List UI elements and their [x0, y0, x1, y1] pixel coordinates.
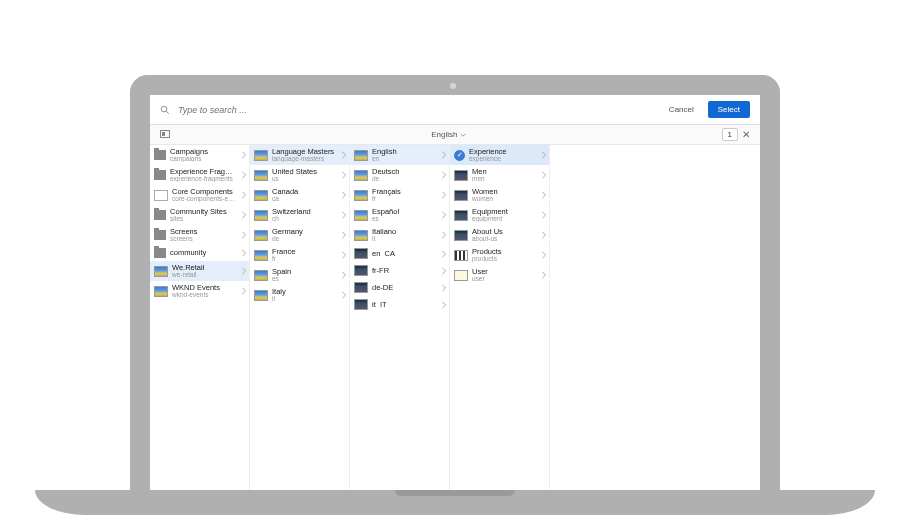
list-item[interactable]: Italianoit: [350, 225, 449, 245]
labels: Community Sitessites: [170, 208, 237, 222]
item-subtitle: fr: [372, 196, 437, 203]
list-item[interactable]: Françaisfr: [350, 185, 449, 205]
list-item[interactable]: Deutschde: [350, 165, 449, 185]
breadcrumb-dropdown[interactable]: English: [176, 130, 722, 139]
content-only-icon[interactable]: [160, 130, 176, 140]
list-item[interactable]: Españoles: [350, 205, 449, 225]
list-item[interactable]: Useruser: [450, 265, 549, 285]
list-item[interactable]: Equipmentequipment: [450, 205, 549, 225]
list-item[interactable]: ✓Experienceexperience: [450, 145, 549, 165]
laptop-base: [35, 490, 875, 515]
search-input[interactable]: [178, 105, 655, 115]
item-subtitle: de: [272, 236, 337, 243]
chevron-right-icon: [341, 271, 347, 279]
page-thumbnail: [354, 150, 368, 161]
list-item[interactable]: Experience Fragmentsexperience-fragments: [150, 165, 249, 185]
item-title: it_IT: [372, 301, 437, 309]
folder-icon: [154, 170, 166, 180]
clear-selection-icon[interactable]: ✕: [742, 129, 750, 140]
chevron-right-icon: [341, 171, 347, 179]
chevron-right-icon: [541, 151, 547, 159]
screen: Cancel Select English 1 ✕ Campaignscampa…: [150, 95, 760, 490]
list-item[interactable]: Canadaca: [250, 185, 349, 205]
page-thumbnail: [354, 170, 368, 181]
labels: Equipmentequipment: [472, 208, 537, 222]
list-item[interactable]: Core Componentscore-components-exa...: [150, 185, 249, 205]
chevron-right-icon: [341, 151, 347, 159]
list-item[interactable]: United Statesus: [250, 165, 349, 185]
item-title: Core Components: [172, 188, 237, 196]
selection-count-badge: 1: [722, 128, 738, 141]
item-title: Products: [472, 248, 537, 256]
list-item[interactable]: Germanyde: [250, 225, 349, 245]
list-item[interactable]: We.Retailwe-retail: [150, 261, 249, 281]
list-item[interactable]: Italyit: [250, 285, 349, 305]
item-title: Screens: [170, 228, 237, 236]
list-item[interactable]: Language Masterslanguage-masters: [250, 145, 349, 165]
list-item[interactable]: Spaines: [250, 265, 349, 285]
cancel-button[interactable]: Cancel: [663, 102, 700, 117]
select-button[interactable]: Select: [708, 101, 750, 118]
item-subtitle: sites: [170, 216, 237, 223]
item-title: de-DE: [372, 284, 437, 292]
list-item[interactable]: Screensscreens: [150, 225, 249, 245]
column: ✓ExperienceexperienceMenmenWomenwomenEqu…: [450, 145, 550, 490]
laptop-notch: [395, 490, 515, 496]
folder-icon: [154, 230, 166, 240]
list-item[interactable]: WKND Eventswknd-events: [150, 281, 249, 301]
labels: Language Masterslanguage-masters: [272, 148, 337, 162]
item-subtitle: campaigns: [170, 156, 237, 163]
labels: Italianoit: [372, 228, 437, 242]
labels: Screensscreens: [170, 228, 237, 242]
item-subtitle: it: [372, 236, 437, 243]
labels: Useruser: [472, 268, 537, 282]
labels: community: [170, 249, 237, 257]
item-title: About Us: [472, 228, 537, 236]
page-thumbnail: [454, 230, 468, 241]
chevron-down-icon: [460, 133, 466, 137]
column: CampaignscampaignsExperience Fragmentsex…: [150, 145, 250, 490]
chevron-right-icon: [241, 151, 247, 159]
page-thumbnail: [354, 230, 368, 241]
item-subtitle: products: [472, 256, 537, 263]
chevron-right-icon: [541, 211, 547, 219]
page-thumbnail: [354, 248, 368, 259]
folder-icon: [154, 150, 166, 160]
chevron-right-icon: [441, 151, 447, 159]
item-subtitle: us: [272, 176, 337, 183]
list-item[interactable]: Francefr: [250, 245, 349, 265]
list-item[interactable]: Menmen: [450, 165, 549, 185]
list-item[interactable]: it_IT: [350, 296, 449, 313]
chevron-right-icon: [341, 211, 347, 219]
item-title: Experience Fragments: [170, 168, 237, 176]
list-item[interactable]: en_CA: [350, 245, 449, 262]
list-item[interactable]: Womenwomen: [450, 185, 549, 205]
list-item[interactable]: Englishen: [350, 145, 449, 165]
list-item[interactable]: Community Sitessites: [150, 205, 249, 225]
list-item[interactable]: fr-FR: [350, 262, 449, 279]
page-thumbnail: [254, 170, 268, 181]
svg-line-1: [166, 111, 169, 114]
item-title: Campaigns: [170, 148, 237, 156]
labels: Womenwomen: [472, 188, 537, 202]
chevron-right-icon: [441, 301, 447, 309]
list-item[interactable]: de-DE: [350, 279, 449, 296]
selection-check-icon[interactable]: ✓: [454, 150, 465, 161]
list-item[interactable]: community: [150, 245, 249, 261]
page-thumbnail: [454, 190, 468, 201]
filter-bar: English 1 ✕: [150, 125, 760, 145]
chevron-right-icon: [441, 211, 447, 219]
item-title: Men: [472, 168, 537, 176]
list-item[interactable]: Productsproducts: [450, 245, 549, 265]
list-item[interactable]: Switzerlandch: [250, 205, 349, 225]
item-subtitle: core-components-exa...: [172, 196, 237, 203]
list-item[interactable]: About Usabout-us: [450, 225, 549, 245]
item-title: User: [472, 268, 537, 276]
chevron-right-icon: [241, 231, 247, 239]
list-item[interactable]: Campaignscampaigns: [150, 145, 249, 165]
labels: Españoles: [372, 208, 437, 222]
chevron-right-icon: [541, 171, 547, 179]
page-thumbnail: [354, 299, 368, 310]
chevron-right-icon: [241, 171, 247, 179]
chevron-right-icon: [241, 191, 247, 199]
